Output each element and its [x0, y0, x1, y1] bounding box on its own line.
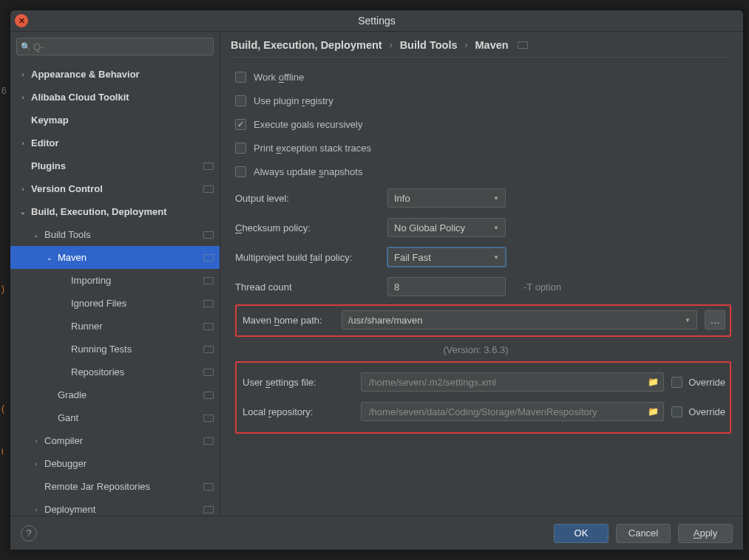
chevron-right-icon: ›: [18, 140, 28, 147]
settings-dialog: ✕ Settings 🔍 Q- ›Appearance & Behavior›A…: [10, 10, 743, 550]
multiproject-fail-row: Multiproject build fail policy: Fail Fas…: [235, 242, 731, 272]
cancel-button[interactable]: Cancel: [616, 524, 671, 543]
sidebar-item[interactable]: Plugins: [10, 154, 220, 177]
browse-button[interactable]: …: [705, 310, 725, 329]
multiproject-fail-select[interactable]: Fail Fast▼: [387, 247, 506, 267]
maven-home-combo[interactable]: /usr/share/maven▼: [342, 310, 697, 329]
sidebar-item[interactable]: Importing: [10, 269, 220, 292]
output-level-select[interactable]: Info▼: [387, 188, 506, 208]
checksum-policy-select[interactable]: No Global Policy▼: [387, 218, 506, 237]
sidebar-item-label: Deployment: [44, 504, 95, 515]
sidebar-item[interactable]: Keymap: [10, 109, 220, 132]
local-repo-override-checkbox[interactable]: [671, 406, 682, 417]
sidebar-item[interactable]: Gradle: [10, 383, 220, 406]
thread-count-input[interactable]: 8: [387, 277, 506, 296]
sidebar-item[interactable]: Runner: [10, 315, 220, 338]
use-plugin-registry-checkbox[interactable]: [235, 95, 246, 106]
sidebar-item-label: Editor: [31, 137, 59, 148]
folder-icon: 📁: [648, 406, 659, 417]
breadcrumb-item[interactable]: Build Tools: [400, 39, 458, 51]
sidebar-item-label: Gant: [58, 412, 78, 423]
project-badge-icon: [203, 506, 214, 513]
project-badge-icon: [203, 323, 214, 330]
sidebar-item[interactable]: Ignored Files: [10, 292, 220, 315]
local-repository-row: Local repository: /home/seven/data/Codin…: [243, 397, 725, 426]
apply-button[interactable]: Apply: [678, 524, 733, 543]
sidebar-item-label: Appearance & Behavior: [31, 69, 140, 80]
sidebar-item-label: Compiler: [44, 435, 83, 446]
project-badge-icon: [203, 414, 214, 422]
breadcrumb-item[interactable]: Maven: [475, 39, 509, 51]
project-badge-icon: [203, 346, 214, 353]
project-badge-icon: [203, 254, 214, 262]
sidebar-item-label: Build, Execution, Deployment: [31, 206, 166, 217]
maven-form: Work offline Use plugin registry Execute…: [231, 65, 731, 434]
sidebar-item-label: Running Tests: [71, 344, 132, 355]
sidebar-item-label: Alibaba Cloud Toolkit: [31, 92, 129, 103]
sidebar-item[interactable]: ⌄Maven: [10, 246, 220, 269]
sidebar-item[interactable]: ›Appearance & Behavior: [10, 63, 220, 86]
sidebar-item[interactable]: ›Version Control: [10, 177, 220, 200]
sidebar-item[interactable]: ⌄Build Tools: [10, 223, 220, 246]
breadcrumb-item[interactable]: Build, Execution, Deployment: [231, 39, 382, 51]
sidebar-item[interactable]: Remote Jar Repositories: [10, 475, 220, 498]
sidebar-item[interactable]: ›Editor: [10, 132, 220, 154]
local-repo-override: Override: [671, 406, 725, 417]
sidebar-item[interactable]: ›Debugger: [10, 452, 220, 475]
sidebar-item[interactable]: Running Tests: [10, 338, 220, 361]
editor-gutter: 6 ) ( i: [0, 0, 10, 560]
sidebar-item[interactable]: ⌄Build, Execution, Deployment: [10, 200, 220, 223]
print-exception-row: Print exception stack traces: [235, 136, 731, 160]
chevron-right-icon: ›: [18, 71, 28, 78]
user-settings-override-checkbox[interactable]: [671, 377, 682, 388]
settings-tree: ›Appearance & Behavior›Alibaba Cloud Too…: [10, 60, 220, 516]
execute-recursively-checkbox[interactable]: [235, 119, 246, 130]
sidebar-item-label: Runner: [71, 321, 103, 332]
project-badge-icon: [203, 300, 214, 307]
chevron-right-icon: ›: [31, 437, 41, 445]
maven-home-row: Maven home path: /usr/share/maven▼ …: [243, 310, 725, 329]
chevron-right-icon: ›: [31, 460, 41, 468]
chevron-right-icon: ›: [465, 40, 468, 50]
sidebar: 🔍 Q- ›Appearance & Behavior›Alibaba Clou…: [10, 32, 220, 516]
project-badge-icon: [203, 437, 214, 445]
output-level-row: Output level: Info▼: [235, 183, 731, 213]
project-badge-icon: [203, 369, 214, 376]
highlight-home-path: Maven home path: /usr/share/maven▼ …: [235, 304, 731, 337]
user-settings-input[interactable]: /home/seven/.m2/settings.xml 📁: [361, 372, 664, 392]
use-plugin-registry-row: Use plugin registry: [235, 89, 731, 112]
work-offline-checkbox[interactable]: [235, 72, 246, 83]
project-badge-icon: [203, 163, 214, 170]
sidebar-item[interactable]: ›Alibaba Cloud Toolkit: [10, 86, 220, 109]
local-repository-input[interactable]: /home/seven/data/Coding/Storage/MavenRes…: [361, 402, 664, 421]
print-exception-checkbox[interactable]: [235, 143, 246, 154]
main-panel: Build, Execution, Deployment › Build Too…: [220, 32, 743, 516]
ok-button[interactable]: OK: [554, 524, 609, 543]
titlebar: ✕ Settings: [10, 10, 743, 31]
chevron-down-icon: ▼: [685, 317, 691, 324]
user-settings-row: User settings file: /home/seven/.m2/sett…: [243, 367, 725, 397]
project-badge-icon: [203, 277, 214, 284]
always-update-snapshots-checkbox[interactable]: [235, 166, 246, 177]
project-badge-icon: [203, 483, 214, 491]
execute-recursively-row: Execute goals recursively: [235, 112, 731, 136]
sidebar-item[interactable]: ›Compiler: [10, 429, 220, 452]
chevron-right-icon: ›: [31, 506, 41, 513]
sidebar-item-label: Remote Jar Repositories: [44, 481, 150, 492]
work-offline-row: Work offline: [235, 65, 731, 89]
sidebar-item-label: Debugger: [44, 458, 87, 469]
maven-version-label: (Version: 3.6.3): [220, 337, 731, 358]
sidebar-item[interactable]: Gant: [10, 406, 220, 429]
sidebar-item-label: Importing: [71, 275, 111, 286]
folder-icon: 📁: [648, 377, 659, 387]
sidebar-item-label: Repositories: [71, 366, 124, 378]
sidebar-item[interactable]: Repositories: [10, 361, 220, 383]
help-button[interactable]: ?: [21, 525, 37, 542]
sidebar-item[interactable]: ›Deployment: [10, 498, 220, 516]
sidebar-item-label: Plugins: [31, 160, 66, 171]
chevron-down-icon: ▼: [493, 254, 499, 261]
search-input[interactable]: 🔍 Q-: [16, 38, 214, 55]
sidebar-item-label: Gradle: [58, 389, 87, 400]
chevron-down-icon: ▼: [493, 225, 499, 231]
close-button[interactable]: ✕: [15, 14, 28, 27]
